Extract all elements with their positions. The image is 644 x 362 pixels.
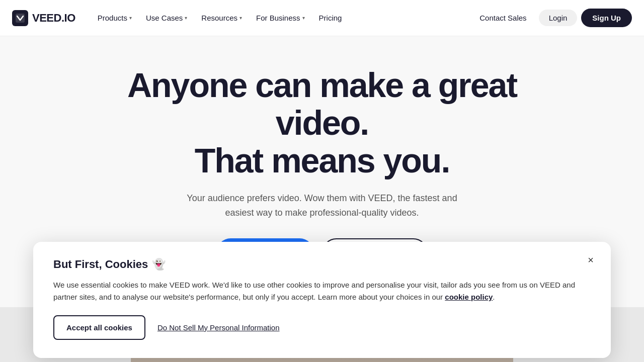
use-cases-chevron-icon: ▾ — [185, 15, 187, 21]
logo-icon — [12, 10, 28, 26]
use-cases-label: Use Cases — [146, 14, 183, 22]
accept-cookies-button[interactable]: Accept all cookies — [53, 315, 145, 340]
cookie-policy-link[interactable]: cookie policy — [445, 293, 493, 301]
nav-pricing[interactable]: Pricing — [313, 10, 348, 26]
cookie-close-button[interactable]: × — [583, 252, 599, 268]
cookie-body-text: We use essential cookies to make VEED wo… — [53, 279, 591, 303]
logo-text: VEED.IO — [32, 12, 75, 25]
login-button[interactable]: Login — [539, 10, 578, 26]
for-business-label: For Business — [256, 14, 300, 22]
hero-subtitle: Your audience prefers video. Wow them wi… — [181, 191, 463, 220]
contact-sales-button[interactable]: Contact Sales — [471, 10, 534, 26]
nav-products[interactable]: Products ▾ — [92, 10, 138, 26]
nav-links: Products ▾ Use Cases ▾ Resources ▾ For B… — [92, 10, 471, 26]
svg-rect-0 — [16, 14, 25, 23]
resources-chevron-icon: ▾ — [239, 15, 242, 21]
hero-title-line1: Anyone can make a great video. — [127, 66, 517, 142]
navbar: VEED.IO Products ▾ Use Cases ▾ Resources… — [0, 0, 644, 36]
cookie-title: But First, Cookies 👻 — [53, 258, 591, 271]
cookie-body-content: We use essential cookies to make VEED wo… — [53, 281, 575, 301]
signup-button[interactable]: Sign Up — [581, 9, 632, 27]
pricing-label: Pricing — [319, 14, 342, 22]
cookie-actions: Accept all cookies Do Not Sell My Person… — [53, 315, 591, 340]
nav-use-cases[interactable]: Use Cases ▾ — [140, 10, 193, 26]
no-sell-button[interactable]: Do Not Sell My Personal Information — [157, 323, 280, 332]
cookie-title-text: But First, Cookies — [53, 258, 148, 271]
for-business-chevron-icon: ▾ — [302, 15, 305, 21]
cookie-modal: × But First, Cookies 👻 We use essential … — [33, 242, 611, 358]
products-chevron-icon: ▾ — [129, 15, 132, 21]
nav-right: Contact Sales Login Sign Up — [471, 9, 632, 27]
nav-for-business[interactable]: For Business ▾ — [250, 10, 311, 26]
resources-label: Resources — [201, 14, 237, 22]
ghost-icon: 👻 — [152, 258, 166, 271]
hero-title: Anyone can make a great video. That mean… — [96, 66, 548, 179]
nav-resources[interactable]: Resources ▾ — [195, 10, 248, 26]
hero-title-line2: That means you. — [195, 141, 450, 179]
logo[interactable]: VEED.IO — [12, 10, 75, 26]
products-label: Products — [98, 14, 127, 22]
